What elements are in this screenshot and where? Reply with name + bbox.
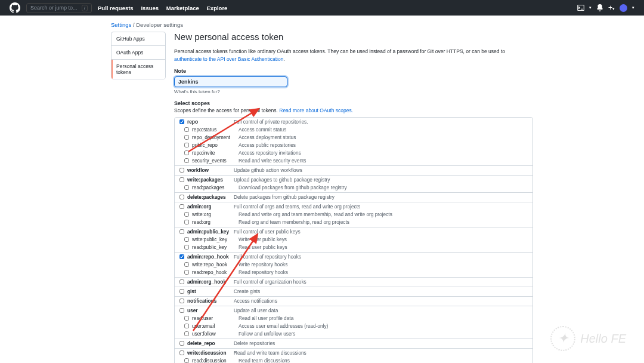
avatar[interactable] [620,4,627,12]
bell-icon[interactable] [596,4,603,11]
scope-write-discussion[interactable]: write:discussionRead and write team disc… [175,349,532,357]
page-description: Personal access tokens function like ord… [174,48,533,63]
nav-links: Pull requests Issues Marketplace Explore [98,5,233,11]
global-header: Search or jump to.../ Pull requests Issu… [0,0,644,16]
scope-checkbox[interactable] [179,204,184,209]
sidebar: GitHub Apps OAuth Apps Personal access t… [111,32,166,363]
slash-key-icon: / [82,5,88,11]
note-hint: What's this token for? [174,89,533,94]
scope-read-packages[interactable]: read:packagesDownload packages from gith… [175,184,532,192]
scope-checkbox[interactable] [184,135,189,140]
scope-write-public_key[interactable]: write:public_keyWrite user public keys [175,236,532,244]
scope-checkbox[interactable] [179,299,184,303]
nav-issues[interactable]: Issues [141,5,159,11]
scope-repo-invite[interactable]: repo:inviteAccess repository invitations [175,149,532,157]
scopes-description: Scopes define the access for personal to… [174,107,533,113]
scope-checkbox[interactable] [179,168,184,173]
scope-user-follow[interactable]: user:followFollow and unfollow users [175,330,532,338]
search-input[interactable]: Search or jump to.../ [26,3,92,13]
scope-admin-repo_hook[interactable]: admin:repo_hookFull control of repositor… [175,253,532,261]
scope-admin-org_hook[interactable]: admin:org_hookFull control of organizati… [175,278,532,286]
nav-marketplace[interactable]: Marketplace [166,5,199,11]
breadcrumb-current: Developer settings [136,21,183,28]
scope-user-email[interactable]: user:emailAccess user email addresses (r… [175,322,532,330]
scope-checkbox[interactable] [184,212,189,217]
note-label: Note [174,68,533,74]
scope-checkbox[interactable] [184,270,189,275]
scope-checkbox[interactable] [184,127,189,132]
breadcrumb-settings[interactable]: Settings [111,21,131,28]
scope-checkbox[interactable] [184,185,189,190]
scope-checkbox[interactable] [184,158,189,163]
scope-checkbox[interactable] [184,220,189,224]
scope-read-discussion[interactable]: read:discussionRead team discussions [175,357,532,364]
scope-checkbox[interactable] [184,324,189,328]
scope-checkbox[interactable] [179,289,184,294]
scope-delete-packages[interactable]: delete:packagesDelete packages from gith… [175,193,532,201]
scope-read-public_key[interactable]: read:public_keyRead user public keys [175,244,532,251]
scope-checkbox[interactable] [179,119,184,124]
scope-read-repo_hook[interactable]: read:repo_hookRead repository hooks [175,269,532,276]
scope-checkbox[interactable] [179,350,184,355]
scope-gist[interactable]: gistCreate gists [175,288,532,296]
scope-checkbox[interactable] [179,341,184,346]
github-logo-icon[interactable] [10,2,20,13]
scope-checkbox[interactable] [179,177,184,182]
scope-checkbox[interactable] [184,150,189,155]
auth-link[interactable]: authenticate to the API over Basic Authe… [174,56,283,62]
scope-read-org[interactable]: read:orgRead org and team membership, re… [175,219,532,226]
note-input[interactable] [174,76,287,87]
scope-delete_repo[interactable]: delete_repoDelete repositories [175,340,532,347]
scope-admin-public_key[interactable]: admin:public_keyFull control of user pub… [175,228,532,236]
sidebar-item-oauth-apps[interactable]: OAuth Apps [112,46,165,60]
scope-checkbox[interactable] [179,195,184,199]
scope-repo-status[interactable]: repo:statusAccess commit status [175,126,532,134]
scope-checkbox[interactable] [184,245,189,250]
page-title: New personal access token [174,32,533,42]
scopes-link[interactable]: Read more about OAuth scopes. [279,107,353,113]
nav-explore[interactable]: Explore [207,5,228,11]
scope-user[interactable]: userUpdate all user data [175,307,532,315]
scope-repo_deployment[interactable]: repo_deploymentAccess deployment status [175,134,532,141]
scope-checkbox[interactable] [184,316,189,321]
sidebar-item-github-apps[interactable]: GitHub Apps [112,32,165,46]
scopes-list: repoFull control of private repositories… [174,117,533,364]
scope-checkbox[interactable] [179,254,184,259]
scope-checkbox[interactable] [184,262,189,267]
watermark: ✦Hello FE [550,326,626,351]
scope-security_events[interactable]: security_eventsRead and write security e… [175,157,532,165]
nav-pull-requests[interactable]: Pull requests [98,5,134,11]
breadcrumb: Settings / Developer settings [101,16,543,32]
scope-admin-org[interactable]: admin:orgFull control of orgs and teams,… [175,203,532,211]
scope-repo[interactable]: repoFull control of private repositories… [175,118,532,126]
scope-checkbox[interactable] [184,143,189,147]
scope-checkbox[interactable] [184,237,189,242]
scope-workflow[interactable]: workflowUpdate github action workflows [175,167,532,174]
scope-checkbox[interactable] [179,279,184,284]
scope-read-user[interactable]: read:userRead all user profile data [175,315,532,322]
content: New personal access token Personal acces… [174,32,533,363]
scope-write-repo_hook[interactable]: write:repo_hookWrite repository hooks [175,261,532,269]
scope-checkbox[interactable] [184,358,189,363]
sidebar-item-personal-tokens[interactable]: Personal access tokens [112,60,165,79]
select-scopes-title: Select scopes [174,100,533,106]
plus-icon[interactable]: +▾ [608,4,615,12]
scope-checkbox[interactable] [179,229,184,234]
scope-checkbox[interactable] [184,331,189,336]
command-palette-icon[interactable] [577,4,584,11]
scope-write-org[interactable]: write:orgRead and write org and team mem… [175,211,532,219]
scope-notifications[interactable]: notificationsAccess notifications [175,297,532,305]
scope-write-packages[interactable]: write:packagesUpload packages to github … [175,176,532,184]
scope-public_repo[interactable]: public_repoAccess public repositories [175,141,532,149]
scope-checkbox[interactable] [179,308,184,313]
